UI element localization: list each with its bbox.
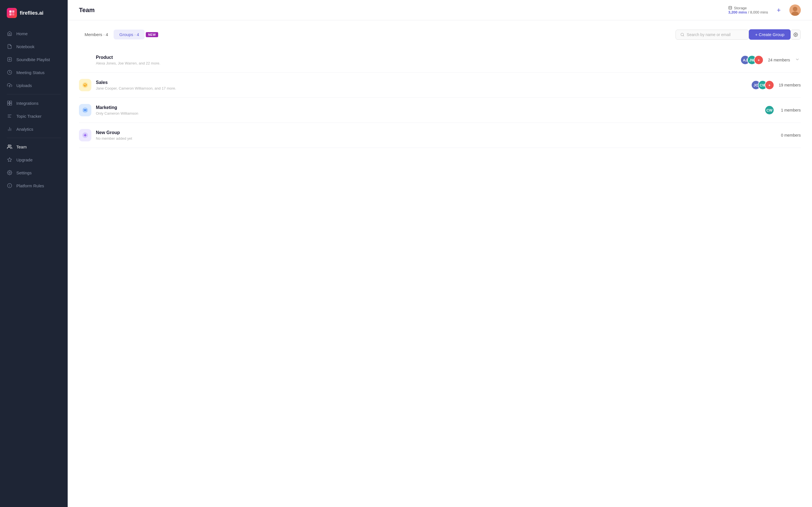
sidebar-item-label: Team [16,145,27,149]
svg-point-35 [83,109,84,110]
group-icon [79,104,91,116]
header-right: Storage 3,200 mins / 8,000 mins + [728,4,801,16]
group-description: Alexa Jones, Joe Warren, and 22 more. [96,61,736,65]
user-avatar[interactable] [790,4,801,16]
create-group-button[interactable]: + Create Group [749,29,791,40]
avatar: + [765,80,774,90]
group-info: Sales Jane Cooper, Cameron Williamson, a… [96,80,747,91]
info-icon [7,183,12,188]
group-name: New Group [96,130,774,135]
sidebar-item-topic-tracker[interactable]: Topic Tracker [0,110,68,122]
sidebar-item-uploads[interactable]: Uploads [0,79,68,92]
logo-icon [7,8,17,18]
logo[interactable]: fireflies.ai [0,0,68,25]
group-right: AJ JW + 24 members [741,55,801,65]
sidebar-item-label: Topic Tracker [16,114,42,119]
svg-rect-8 [8,101,10,103]
svg-rect-1 [12,10,14,13]
settings-icon [7,170,12,175]
sidebar-item-label: Uploads [16,83,32,88]
svg-point-26 [793,7,797,11]
sidebar-item-label: Home [16,31,28,36]
search-icon [680,33,684,37]
add-button[interactable]: + [774,5,784,15]
page-title: Team [79,6,728,14]
svg-point-20 [9,172,10,173]
new-badge: NEW [146,32,158,37]
sidebar-item-integrations[interactable]: Integrations [0,97,68,110]
gear-icon [794,33,798,37]
storage-icon [728,6,732,10]
svg-point-37 [83,110,84,112]
group-row[interactable]: New Group No member added yet 0 members [79,123,801,148]
svg-point-31 [82,82,88,88]
main-panel: Team Storage 3,200 mins / 8,000 mins + [68,0,812,507]
tab-groups[interactable]: Groups · 4 [114,30,145,40]
meeting-icon [7,69,12,75]
member-count: 19 members [778,83,801,87]
home-icon [7,31,12,36]
svg-point-36 [86,109,87,110]
uploads-icon [7,82,12,88]
svg-point-24 [729,6,732,7]
groups-list: Product Alexa Jones, Joe Warren, and 22 … [79,48,801,148]
sidebar-item-label: Upgrade [16,158,33,162]
svg-rect-2 [9,13,11,15]
sidebar-item-notebook[interactable]: Notebook [0,40,68,53]
svg-point-5 [9,59,10,60]
content-area: Members · 4 Groups · 4 NEW + Create Grou… [68,20,812,507]
svg-rect-11 [10,103,12,105]
sidebar-item-soundbite[interactable]: Soundbite Playlist [0,53,68,66]
svg-rect-0 [9,10,11,13]
sidebar-item-settings[interactable]: Settings [0,166,68,179]
sidebar-item-home[interactable]: Home [0,27,68,40]
group-description: Only Cameron Williamson [96,111,760,115]
tab-members[interactable]: Members · 4 [79,30,114,40]
topic-icon [7,113,12,119]
svg-point-30 [795,34,796,35]
member-count: 0 members [778,133,801,137]
member-count: 1 members [778,108,801,112]
sidebar-item-analytics[interactable]: Analytics [0,122,68,135]
sidebar-item-team[interactable]: Team [0,140,68,153]
group-icon [79,129,91,142]
group-row[interactable]: Sales Jane Cooper, Cameron Williamson, a… [79,73,801,98]
chevron-down-icon [795,57,800,62]
sidebar-item-label: Meeting Status [16,70,45,75]
svg-line-29 [683,35,684,36]
avatar: CW [765,105,774,115]
group-name: Sales [96,80,747,85]
group-right: JC CW + 19 members [751,80,801,90]
storage-info: Storage 3,200 mins / 8,000 mins [728,6,768,14]
storage-usage: 3,200 mins / 8,000 mins [728,10,768,14]
group-row[interactable]: Product Alexa Jones, Joe Warren, and 22 … [79,48,801,73]
group-name: Product [96,55,736,60]
avatar: + [754,55,763,65]
logo-text: fireflies.ai [20,10,43,16]
group-right: CW 1 members [765,105,801,115]
upgrade-icon [7,157,12,163]
group-description: Jane Cooper, Cameron Williamson, and 17 … [96,86,747,91]
group-right: 0 members [778,133,801,137]
storage-total: / 8,000 mins [748,10,768,14]
group-description: No member added yet [96,136,774,140]
sidebar-item-label: Notebook [16,44,35,49]
groups-settings-button[interactable] [791,30,801,40]
group-info: New Group No member added yet [96,130,774,140]
svg-rect-3 [12,13,14,15]
storage-label: Storage [728,6,768,10]
member-avatars: CW [765,105,774,115]
group-info: Marketing Only Cameron Williamson [96,105,760,115]
tabs-row: Members · 4 Groups · 4 NEW + Create Grou… [79,29,801,40]
sidebar-item-upgrade[interactable]: Upgrade [0,153,68,166]
integrations-icon [7,100,12,106]
sidebar-item-platform-rules[interactable]: Platform Rules [0,179,68,192]
sidebar-item-label: Analytics [16,127,33,131]
search-input[interactable] [687,33,744,37]
group-row[interactable]: Marketing Only Cameron Williamson CW 1 m… [79,98,801,123]
notebook-icon [7,44,12,49]
member-avatars: AJ JW + [741,55,763,65]
sidebar-item-meeting-status[interactable]: Meeting Status [0,66,68,79]
expand-button[interactable] [794,56,801,64]
sidebar-item-label: Platform Rules [16,183,44,188]
